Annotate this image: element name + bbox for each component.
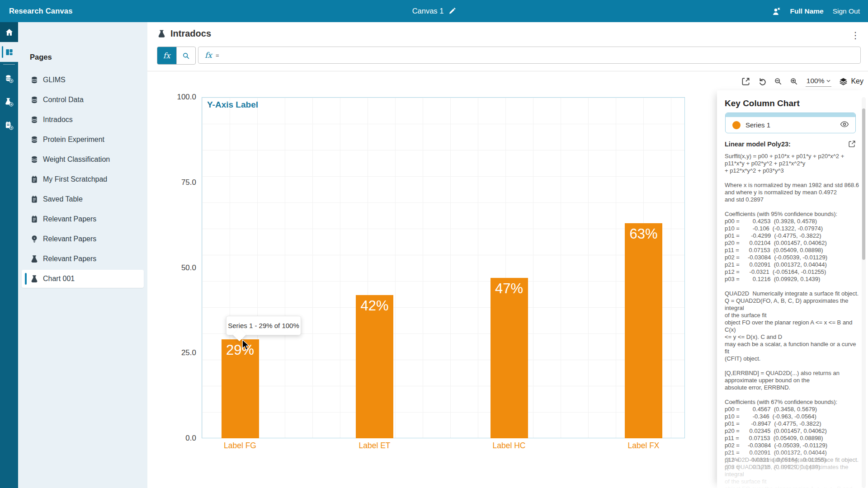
bar-value-label: 63% <box>629 226 657 438</box>
pages-list: GLIMSControl DataIntradocsProtein Experi… <box>18 70 147 289</box>
sidebar-item-label: Control Data <box>43 96 84 104</box>
sidebar-item-relevant-papers[interactable]: Relevant Papers <box>18 229 147 249</box>
tooltip-text: Series 1 - 29% of 100% <box>228 322 299 329</box>
search-icon <box>182 52 190 60</box>
notebook-icon <box>30 195 38 203</box>
x-axis-category-label: Label HC <box>477 441 541 450</box>
canvas-title-group: Canvas 1 <box>412 7 456 15</box>
x-axis-category-label: Label ET <box>343 441 406 450</box>
model-title-row: Linear model Poly23: <box>725 140 856 148</box>
bar-value-label: 47% <box>495 281 523 438</box>
sidebar-item-label: Intradocs <box>43 116 73 124</box>
panel-scrollbar-thumb[interactable] <box>862 108 865 260</box>
sidebar-item-saved-table[interactable]: Saved Table <box>18 189 147 209</box>
chart-plot-area[interactable] <box>202 97 685 438</box>
selected-indicator <box>2 46 3 58</box>
user-icon[interactable] <box>772 7 781 15</box>
flask-icon <box>157 29 166 38</box>
pages-header: Pages <box>30 53 52 61</box>
y-axis-tick: 25.0 <box>165 348 196 357</box>
sidebar-item-relevant-papers[interactable]: Relevant Papers <box>18 209 147 229</box>
sidebar-item-control-data[interactable]: Control Data <box>18 90 147 110</box>
chart-tooltip: Series 1 - 29% of 100% <box>226 316 301 335</box>
key-panel: Key Column Chart Series 1 Linear model P… <box>717 90 868 488</box>
bar-label-fg[interactable]: 29% <box>222 339 259 438</box>
add-data-button[interactable] <box>0 67 18 90</box>
more-options-kebab-icon[interactable]: ⋮ <box>850 29 861 42</box>
chevron-down-icon <box>826 80 830 82</box>
sidebar-item-weight-classification[interactable]: Weight Classification <box>18 150 147 169</box>
key-toggle-button[interactable]: Key <box>839 77 863 86</box>
nav-canvases[interactable] <box>0 42 18 62</box>
add-notebook-button[interactable] <box>0 114 18 137</box>
sidebar-item-intradocs[interactable]: Intradocs <box>18 110 147 130</box>
sidebar-item-chart-001[interactable]: Chart 001 <box>22 270 144 288</box>
sidebar-item-label: Saved Table <box>43 195 83 203</box>
sidebar-item-glims[interactable]: GLIMS <box>18 70 147 90</box>
search-mode-button[interactable] <box>176 47 196 64</box>
zoom-out-icon[interactable] <box>774 77 782 85</box>
top-bar-right: Full Name Sign Out <box>772 7 860 15</box>
database-icon <box>30 155 38 164</box>
sign-out-link[interactable]: Sign Out <box>833 7 860 15</box>
bar-label-fx[interactable]: 63% <box>625 223 662 438</box>
open-external-icon[interactable] <box>848 140 856 148</box>
fx-mode-button[interactable]: fx <box>157 47 176 64</box>
sidebar-item-label: Relevant Papers <box>43 215 96 223</box>
divider <box>147 71 868 71</box>
research-canvas-app: Research Canvas Canvas 1 Full Name Sign … <box>0 0 868 488</box>
sidebar-item-protein-experiment[interactable]: Protein Experiment <box>18 130 147 150</box>
nav-home[interactable] <box>0 22 18 42</box>
add-data-icon <box>5 74 14 83</box>
flask-icon <box>30 255 38 263</box>
app-title: Research Canvas <box>9 7 73 15</box>
sidebar-item-label: Relevant Papers <box>43 235 96 243</box>
bar-value-label: 29% <box>226 342 254 438</box>
fx-prefix: fx <box>205 51 212 60</box>
y-axis-label: Y-Axis Label <box>207 100 258 110</box>
bar-label-et[interactable]: 42% <box>356 295 393 438</box>
eye-visibility-icon[interactable] <box>840 121 849 127</box>
flask-icon <box>30 275 38 283</box>
zoom-level-dropdown[interactable]: 100% <box>806 76 832 87</box>
y-axis-tick: 75.0 <box>165 178 196 187</box>
notebook-icon <box>30 175 38 183</box>
home-icon <box>5 28 14 37</box>
bar-label-hc[interactable]: 47% <box>491 278 528 438</box>
database-icon <box>30 116 38 124</box>
selected-indicator <box>25 273 27 285</box>
database-icon <box>30 76 38 84</box>
sidebar-item-label: GLIMS <box>43 76 66 84</box>
layers-icon <box>839 77 848 86</box>
database-icon <box>30 96 38 104</box>
y-axis-tick: 0.0 <box>165 434 196 443</box>
database-icon <box>30 136 38 144</box>
lightbulb-icon <box>30 235 38 243</box>
top-bar: Research Canvas Canvas 1 Full Name Sign … <box>0 0 868 22</box>
sidebar-item-relevant-papers[interactable]: Relevant Papers <box>18 249 147 269</box>
series-legend-card[interactable]: Series 1 <box>725 113 856 133</box>
key-label: Key <box>851 77 863 85</box>
series-name: Series 1 <box>745 121 770 129</box>
expand-chart-icon[interactable] <box>741 77 750 86</box>
sidebar-item-label: Chart 001 <box>43 275 75 283</box>
formula-input[interactable]: fx = <box>198 47 861 64</box>
edit-pencil-icon[interactable] <box>448 7 456 15</box>
pages-sidebar: Pages GLIMSControl DataIntradocsProtein … <box>18 22 147 488</box>
add-experiment-icon <box>5 98 14 107</box>
canvas-name: Canvas 1 <box>412 7 444 15</box>
user-name[interactable]: Full Name <box>790 7 824 15</box>
add-experiment-button[interactable] <box>0 90 18 114</box>
sidebar-item-my-first-scratchpad[interactable]: My First Scratchpad <box>18 169 147 189</box>
icon-rail <box>0 22 18 488</box>
model-body: Surffit(x,y) = p00 + p10*x + p01*y + p20… <box>725 153 860 471</box>
series-color-swatch <box>732 121 741 129</box>
model-title: Linear model Poly23: <box>725 141 791 148</box>
panel-scrollbar[interactable] <box>862 97 866 488</box>
rail-divider <box>3 64 15 65</box>
zoom-in-icon[interactable] <box>790 77 798 85</box>
sidebar-item-label: Relevant Papers <box>43 255 96 263</box>
reset-view-icon[interactable] <box>758 77 766 86</box>
page-title-row: Intradocs <box>157 28 211 39</box>
series-card-strip <box>726 113 855 117</box>
